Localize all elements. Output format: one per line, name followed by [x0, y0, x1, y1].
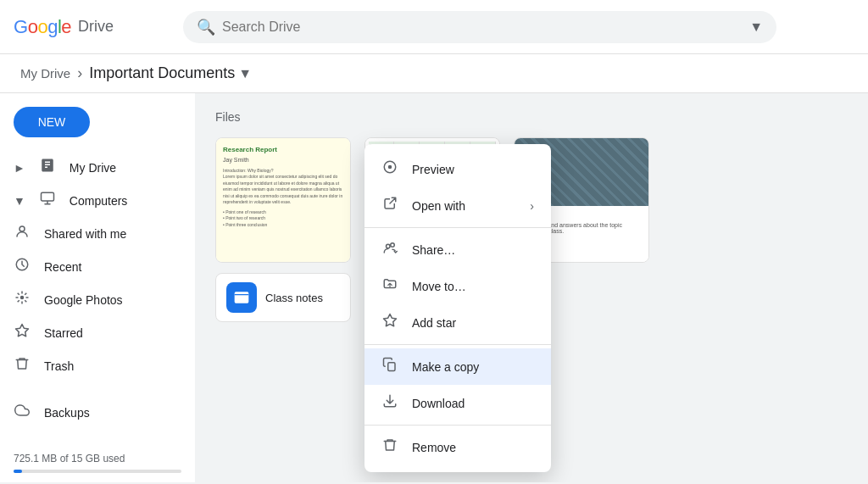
sidebar-item-recent[interactable]: Recent	[0, 250, 181, 283]
ctx-open-with-label: Open with	[412, 199, 516, 213]
search-dropdown-icon[interactable]: ▼	[749, 19, 763, 35]
breadcrumb-bar: My Drive › Important Documents ▼	[0, 54, 868, 93]
file-label-research: Research Report	[216, 262, 350, 263]
my-drive-icon	[39, 158, 56, 177]
sidebar-item-my-drive[interactable]: ► My Drive	[0, 151, 181, 184]
breadcrumb-dropdown-icon[interactable]: ▼	[238, 66, 252, 81]
ctx-share[interactable]: Share…	[364, 231, 551, 268]
thumb-body: Introduction: Why Biology? Lorem ipsum d…	[223, 168, 343, 229]
svg-rect-29	[388, 363, 395, 371]
share-icon	[381, 240, 398, 259]
breadcrumb-parent[interactable]: My Drive	[20, 66, 70, 81]
sidebar-item-google-photos[interactable]: Google Photos	[0, 283, 181, 316]
open-with-arrow-icon: ›	[530, 199, 534, 213]
sidebar-item-starred-label: Starred	[44, 326, 83, 340]
search-input[interactable]	[222, 19, 743, 35]
search-icon: 🔍	[197, 18, 215, 36]
sidebar-item-shared-with-me[interactable]: Shared with me	[0, 217, 181, 250]
thumb-title: Research Report	[223, 145, 343, 154]
ctx-move-to[interactable]: Move to…	[364, 268, 551, 304]
ctx-divider-2	[364, 344, 551, 345]
move-to-icon	[381, 276, 398, 296]
storage-bar-fill	[14, 470, 22, 473]
search-bar[interactable]: 🔍 ▼	[183, 11, 776, 43]
add-star-icon	[381, 313, 398, 332]
file-card-research-report[interactable]: Research Report Jay Smith Introduction: …	[215, 137, 351, 263]
research-thumbnail: Research Report Jay Smith Introduction: …	[216, 138, 350, 262]
svg-point-26	[388, 165, 392, 170]
ctx-add-star[interactable]: Add star	[364, 304, 551, 341]
sidebar-item-starred[interactable]: Starred	[0, 316, 181, 349]
sidebar-item-computers-label: Computers	[70, 194, 127, 208]
open-with-icon	[381, 196, 398, 215]
new-button[interactable]: NEW	[14, 107, 90, 137]
ctx-preview[interactable]: Preview	[364, 151, 551, 187]
recent-icon	[14, 257, 31, 276]
sidebar-item-recent-label: Recent	[44, 260, 81, 274]
photos-icon	[14, 290, 31, 309]
sidebar-item-backups[interactable]: Backups	[0, 396, 181, 429]
sidebar-item-my-drive-label: My Drive	[70, 161, 116, 175]
expand-icon-computers: ▼	[14, 194, 25, 208]
storage-text: 725.1 MB of 15 GB used	[14, 453, 181, 465]
svg-marker-4	[16, 325, 29, 337]
sidebar-item-trash[interactable]: Trash	[0, 349, 181, 382]
storage-section: 725.1 MB of 15 GB used	[0, 442, 195, 482]
folder-card-class-notes[interactable]: Class notes	[215, 273, 351, 322]
breadcrumb-current: Important Documents ▼	[89, 64, 252, 82]
svg-rect-0	[41, 192, 53, 201]
sidebar-item-shared-with-me-label: Shared with me	[44, 227, 126, 241]
ctx-remove[interactable]: Remove	[364, 429, 551, 465]
starred-icon	[14, 323, 31, 342]
preview-icon	[381, 159, 398, 179]
remove-icon	[381, 437, 398, 457]
ctx-make-copy-label: Make a copy	[412, 360, 534, 374]
ctx-download-label: Download	[412, 397, 534, 410]
thumb-subtitle: Jay Smith	[223, 156, 343, 164]
backups-icon	[14, 403, 31, 422]
main-content: Files Research Report Jay Smith Introduc…	[195, 93, 868, 482]
ctx-download[interactable]: Download	[364, 385, 551, 421]
sidebar-item-google-photos-label: Google Photos	[44, 293, 123, 307]
svg-point-3	[20, 296, 25, 300]
breadcrumb-separator: ›	[77, 64, 82, 82]
layout: NEW ► My Drive ▼ Computers Shared with m…	[0, 93, 868, 482]
ctx-add-star-label: Add star	[412, 316, 534, 330]
download-icon	[381, 393, 398, 413]
computers-icon	[39, 191, 56, 210]
ctx-remove-label: Remove	[412, 441, 534, 454]
svg-rect-23	[235, 292, 249, 303]
google-logo: Google	[14, 16, 71, 38]
trash-icon	[14, 356, 31, 376]
topbar: Google Drive 🔍 ▼	[0, 0, 868, 54]
ctx-move-to-label: Move to…	[412, 280, 534, 293]
shared-icon	[14, 224, 31, 243]
class-notes-folder-label: Class notes	[265, 292, 323, 304]
drive-logo-text: Drive	[78, 18, 114, 36]
make-copy-icon	[381, 357, 398, 376]
ctx-divider-1	[364, 227, 551, 228]
context-menu: Preview Open with › Share… M	[364, 144, 551, 472]
sidebar-item-computers[interactable]: ▼ Computers	[0, 184, 181, 217]
ctx-share-label: Share…	[412, 243, 534, 257]
expand-icon-my-drive: ►	[14, 161, 25, 175]
ctx-open-with[interactable]: Open with ›	[364, 187, 551, 224]
ctx-make-copy[interactable]: Make a copy	[364, 348, 551, 385]
class-notes-folder-icon	[226, 282, 257, 313]
ctx-divider-3	[364, 425, 551, 426]
svg-marker-28	[384, 314, 397, 326]
svg-point-1	[19, 226, 25, 231]
storage-bar-background	[14, 470, 181, 473]
logo-area: Google Drive	[14, 16, 183, 38]
sidebar-item-trash-label: Trash	[44, 359, 74, 373]
sidebar-item-backups-label: Backups	[44, 406, 90, 420]
ctx-preview-label: Preview	[412, 163, 534, 176]
sidebar: NEW ► My Drive ▼ Computers Shared with m…	[0, 93, 195, 482]
files-section-label: Files	[215, 110, 848, 124]
svg-point-27	[387, 244, 391, 248]
